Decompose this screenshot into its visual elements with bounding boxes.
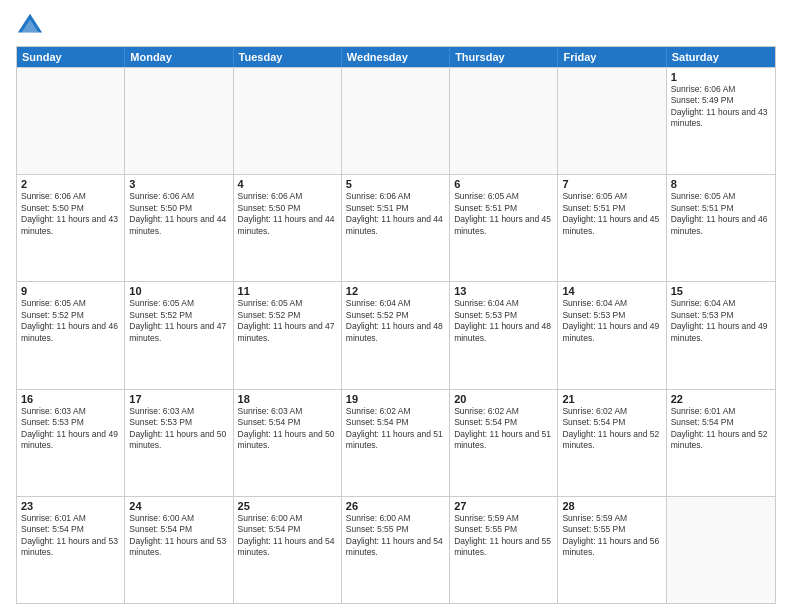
day-number: 23 [21, 500, 120, 512]
calendar-cell [17, 68, 125, 174]
cell-info: Sunrise: 6:05 AMSunset: 5:52 PMDaylight:… [21, 298, 120, 344]
cell-info: Sunrise: 6:04 AMSunset: 5:53 PMDaylight:… [671, 298, 771, 344]
cell-info: Sunrise: 6:03 AMSunset: 5:53 PMDaylight:… [129, 406, 228, 452]
calendar-cell: 19Sunrise: 6:02 AMSunset: 5:54 PMDayligh… [342, 390, 450, 496]
calendar-cell: 11Sunrise: 6:05 AMSunset: 5:52 PMDayligh… [234, 282, 342, 388]
cell-info: Sunrise: 6:06 AMSunset: 5:50 PMDaylight:… [129, 191, 228, 237]
calendar-cell: 9Sunrise: 6:05 AMSunset: 5:52 PMDaylight… [17, 282, 125, 388]
calendar-cell [667, 497, 775, 603]
cell-info: Sunrise: 6:04 AMSunset: 5:52 PMDaylight:… [346, 298, 445, 344]
cell-info: Sunrise: 6:00 AMSunset: 5:55 PMDaylight:… [346, 513, 445, 559]
calendar-cell: 7Sunrise: 6:05 AMSunset: 5:51 PMDaylight… [558, 175, 666, 281]
cell-info: Sunrise: 6:04 AMSunset: 5:53 PMDaylight:… [454, 298, 553, 344]
day-number: 3 [129, 178, 228, 190]
day-number: 7 [562, 178, 661, 190]
cell-info: Sunrise: 6:06 AMSunset: 5:51 PMDaylight:… [346, 191, 445, 237]
calendar-cell [125, 68, 233, 174]
calendar-cell [234, 68, 342, 174]
cell-info: Sunrise: 6:06 AMSunset: 5:50 PMDaylight:… [238, 191, 337, 237]
day-number: 15 [671, 285, 771, 297]
cell-info: Sunrise: 6:02 AMSunset: 5:54 PMDaylight:… [454, 406, 553, 452]
weekday-header: Saturday [667, 47, 775, 67]
calendar-cell: 22Sunrise: 6:01 AMSunset: 5:54 PMDayligh… [667, 390, 775, 496]
page: SundayMondayTuesdayWednesdayThursdayFrid… [0, 0, 792, 612]
day-number: 2 [21, 178, 120, 190]
calendar-cell: 16Sunrise: 6:03 AMSunset: 5:53 PMDayligh… [17, 390, 125, 496]
day-number: 19 [346, 393, 445, 405]
day-number: 17 [129, 393, 228, 405]
cell-info: Sunrise: 6:00 AMSunset: 5:54 PMDaylight:… [238, 513, 337, 559]
day-number: 11 [238, 285, 337, 297]
day-number: 13 [454, 285, 553, 297]
cell-info: Sunrise: 6:05 AMSunset: 5:51 PMDaylight:… [454, 191, 553, 237]
calendar: SundayMondayTuesdayWednesdayThursdayFrid… [16, 46, 776, 604]
weekday-header: Wednesday [342, 47, 450, 67]
calendar-row: 16Sunrise: 6:03 AMSunset: 5:53 PMDayligh… [17, 389, 775, 496]
calendar-row: 1Sunrise: 6:06 AMSunset: 5:49 PMDaylight… [17, 67, 775, 174]
weekday-header: Thursday [450, 47, 558, 67]
calendar-row: 23Sunrise: 6:01 AMSunset: 5:54 PMDayligh… [17, 496, 775, 603]
calendar-cell: 10Sunrise: 6:05 AMSunset: 5:52 PMDayligh… [125, 282, 233, 388]
cell-info: Sunrise: 6:05 AMSunset: 5:52 PMDaylight:… [129, 298, 228, 344]
calendar-cell: 3Sunrise: 6:06 AMSunset: 5:50 PMDaylight… [125, 175, 233, 281]
cell-info: Sunrise: 5:59 AMSunset: 5:55 PMDaylight:… [562, 513, 661, 559]
day-number: 20 [454, 393, 553, 405]
calendar-body: 1Sunrise: 6:06 AMSunset: 5:49 PMDaylight… [17, 67, 775, 603]
day-number: 27 [454, 500, 553, 512]
calendar-row: 9Sunrise: 6:05 AMSunset: 5:52 PMDaylight… [17, 281, 775, 388]
calendar-cell: 13Sunrise: 6:04 AMSunset: 5:53 PMDayligh… [450, 282, 558, 388]
cell-info: Sunrise: 6:06 AMSunset: 5:50 PMDaylight:… [21, 191, 120, 237]
header [16, 12, 776, 40]
logo [16, 12, 46, 40]
day-number: 10 [129, 285, 228, 297]
cell-info: Sunrise: 6:00 AMSunset: 5:54 PMDaylight:… [129, 513, 228, 559]
calendar-cell: 21Sunrise: 6:02 AMSunset: 5:54 PMDayligh… [558, 390, 666, 496]
day-number: 5 [346, 178, 445, 190]
cell-info: Sunrise: 5:59 AMSunset: 5:55 PMDaylight:… [454, 513, 553, 559]
cell-info: Sunrise: 6:04 AMSunset: 5:53 PMDaylight:… [562, 298, 661, 344]
calendar-cell [558, 68, 666, 174]
cell-info: Sunrise: 6:02 AMSunset: 5:54 PMDaylight:… [346, 406, 445, 452]
day-number: 8 [671, 178, 771, 190]
weekday-header: Sunday [17, 47, 125, 67]
cell-info: Sunrise: 6:02 AMSunset: 5:54 PMDaylight:… [562, 406, 661, 452]
day-number: 28 [562, 500, 661, 512]
calendar-cell: 17Sunrise: 6:03 AMSunset: 5:53 PMDayligh… [125, 390, 233, 496]
day-number: 6 [454, 178, 553, 190]
day-number: 14 [562, 285, 661, 297]
calendar-cell: 20Sunrise: 6:02 AMSunset: 5:54 PMDayligh… [450, 390, 558, 496]
calendar-cell: 8Sunrise: 6:05 AMSunset: 5:51 PMDaylight… [667, 175, 775, 281]
calendar-cell: 24Sunrise: 6:00 AMSunset: 5:54 PMDayligh… [125, 497, 233, 603]
day-number: 12 [346, 285, 445, 297]
day-number: 22 [671, 393, 771, 405]
cell-info: Sunrise: 6:06 AMSunset: 5:49 PMDaylight:… [671, 84, 771, 130]
calendar-cell: 27Sunrise: 5:59 AMSunset: 5:55 PMDayligh… [450, 497, 558, 603]
calendar-cell: 28Sunrise: 5:59 AMSunset: 5:55 PMDayligh… [558, 497, 666, 603]
cell-info: Sunrise: 6:01 AMSunset: 5:54 PMDaylight:… [21, 513, 120, 559]
calendar-cell: 4Sunrise: 6:06 AMSunset: 5:50 PMDaylight… [234, 175, 342, 281]
calendar-cell: 23Sunrise: 6:01 AMSunset: 5:54 PMDayligh… [17, 497, 125, 603]
day-number: 21 [562, 393, 661, 405]
day-number: 16 [21, 393, 120, 405]
weekday-header: Tuesday [234, 47, 342, 67]
weekday-header: Friday [558, 47, 666, 67]
day-number: 1 [671, 71, 771, 83]
calendar-header: SundayMondayTuesdayWednesdayThursdayFrid… [17, 47, 775, 67]
calendar-row: 2Sunrise: 6:06 AMSunset: 5:50 PMDaylight… [17, 174, 775, 281]
calendar-cell: 1Sunrise: 6:06 AMSunset: 5:49 PMDaylight… [667, 68, 775, 174]
calendar-cell [342, 68, 450, 174]
calendar-cell: 2Sunrise: 6:06 AMSunset: 5:50 PMDaylight… [17, 175, 125, 281]
day-number: 26 [346, 500, 445, 512]
cell-info: Sunrise: 6:05 AMSunset: 5:52 PMDaylight:… [238, 298, 337, 344]
cell-info: Sunrise: 6:05 AMSunset: 5:51 PMDaylight:… [671, 191, 771, 237]
cell-info: Sunrise: 6:03 AMSunset: 5:53 PMDaylight:… [21, 406, 120, 452]
day-number: 4 [238, 178, 337, 190]
calendar-cell: 12Sunrise: 6:04 AMSunset: 5:52 PMDayligh… [342, 282, 450, 388]
cell-info: Sunrise: 6:01 AMSunset: 5:54 PMDaylight:… [671, 406, 771, 452]
calendar-cell: 18Sunrise: 6:03 AMSunset: 5:54 PMDayligh… [234, 390, 342, 496]
day-number: 18 [238, 393, 337, 405]
calendar-cell: 26Sunrise: 6:00 AMSunset: 5:55 PMDayligh… [342, 497, 450, 603]
day-number: 24 [129, 500, 228, 512]
calendar-cell: 15Sunrise: 6:04 AMSunset: 5:53 PMDayligh… [667, 282, 775, 388]
logo-icon [16, 12, 44, 40]
